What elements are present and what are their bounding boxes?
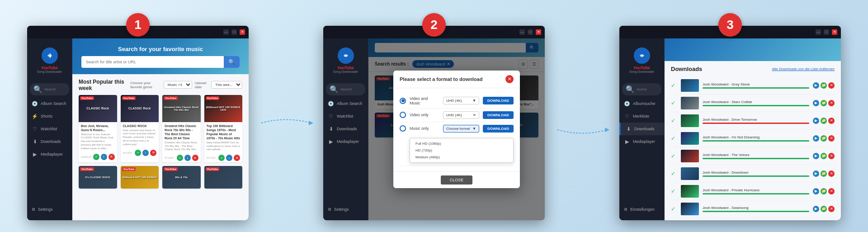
action-remove-4[interactable]: ✕: [234, 155, 240, 161]
action-info-4[interactable]: i: [226, 155, 232, 161]
dl-action-open-5[interactable]: 📁: [821, 153, 827, 159]
video-card-4[interactable]: YouTube Billboard HOT 100 SONGS 1970 Top…: [204, 95, 243, 163]
dl-action-play-1[interactable]: ▶: [813, 82, 819, 89]
dl-action-del-4[interactable]: ✕: [828, 135, 835, 142]
download-btn-2[interactable]: DOWNLOAD: [483, 111, 514, 119]
format-dropdown-2[interactable]: UHD (4K) ✕: [443, 111, 479, 119]
download-btn-1[interactable]: DOWNLOAD: [483, 97, 514, 104]
dl-action-open-4[interactable]: 📁: [821, 135, 827, 142]
close-btn-2[interactable]: ✕: [536, 29, 541, 35]
action-info-2[interactable]: i: [142, 150, 149, 156]
sidebar-item-mediaplayer-3[interactable]: ▶ Mediaplayer: [619, 135, 664, 148]
sidebar-item-watchlist-2[interactable]: ♡ Watchlist: [323, 110, 368, 123]
sidebar-search-input-3[interactable]: [637, 87, 664, 91]
dl-action-open-7[interactable]: 📁: [821, 188, 827, 194]
dl-action-del-6[interactable]: ✕: [828, 170, 835, 177]
format-dropdown-1[interactable]: UHD (4K) ▼: [443, 97, 479, 104]
date-select[interactable]: This wee...: [211, 81, 242, 89]
dl-action-play-7[interactable]: ▶: [813, 188, 819, 194]
modal-close-footer-btn[interactable]: CLOSE: [441, 175, 473, 185]
main-search-input[interactable]: [81, 57, 224, 67]
dl-action-open-1[interactable]: 📁: [821, 82, 827, 89]
video-card-3[interactable]: YouTube Greatest Hits Classic Rock 70s 8…: [162, 95, 201, 163]
video-card-7[interactable]: YouTube 60s & 70s: [162, 166, 201, 189]
format-option-2[interactable]: Video only UHD (4K) ✕ DOWNLOAD: [400, 109, 514, 122]
action-add-3[interactable]: +: [177, 155, 183, 161]
sidebar-search-3[interactable]: 🔍: [622, 83, 661, 95]
minimize-btn-3[interactable]: —: [816, 29, 821, 35]
dl-action-del-3[interactable]: ✕: [828, 118, 835, 124]
dl-action-del-2[interactable]: ✕: [828, 100, 835, 106]
dl-action-play-8[interactable]: ▶: [813, 206, 819, 212]
dl-action-open-2[interactable]: 📁: [821, 100, 827, 106]
dl-action-del-7[interactable]: ✕: [828, 188, 835, 194]
quality-option-medium[interactable]: Medium (480p): [414, 154, 509, 161]
genre-select[interactable]: Music +3: [164, 81, 192, 89]
sidebar-item-album-search-2[interactable]: 💿 Album Search: [323, 97, 368, 110]
format-dropdown-3[interactable]: Choose format ▼: [443, 125, 479, 133]
maximize-btn-1[interactable]: □: [231, 29, 237, 35]
video-card-1[interactable]: YouTube CLASSIC Rock Bon Jovi, Nirvana, …: [79, 95, 117, 163]
dl-action-open-6[interactable]: 📁: [821, 170, 827, 177]
dl-action-play-3[interactable]: ▶: [813, 118, 819, 124]
sidebar-search-1[interactable]: 🔍: [30, 83, 69, 95]
action-info-3[interactable]: i: [184, 155, 191, 161]
sidebar-item-merkliste[interactable]: ♡ Merkliste: [619, 110, 664, 123]
video-card-6[interactable]: YouTube Billboard HOT 100 SONGS: [121, 166, 159, 189]
main-search-bar[interactable]: 🔍: [81, 56, 240, 68]
settings-item-2[interactable]: ⚙ Settings: [323, 204, 368, 215]
minimize-btn-2[interactable]: —: [519, 29, 525, 35]
dl-action-del-5[interactable]: ✕: [828, 153, 835, 159]
format-radio-1[interactable]: [400, 98, 406, 104]
action-remove-1[interactable]: ✕: [108, 154, 115, 160]
format-option-1[interactable]: Video and Music UHD (4K) ▼ DOWNLOAD: [400, 94, 514, 109]
maximize-btn-2[interactable]: □: [528, 29, 533, 35]
sidebar-item-albumsuche[interactable]: 💿 Albumsuche: [619, 97, 664, 110]
sidebar-item-downloads-3[interactable]: ⬇ Downloads: [619, 123, 664, 135]
quality-option-hd[interactable]: HD (720p): [414, 147, 509, 154]
sidebar-search-2[interactable]: 🔍: [326, 83, 365, 95]
sidebar-item-watchlist[interactable]: ♡ Watchlist: [27, 123, 72, 135]
video-card-2[interactable]: YouTube CLASSIC Rock CLASSIC ROCK Past, …: [121, 95, 159, 163]
sidebar-item-mediaplayer[interactable]: ▶ Mediaplayer: [27, 148, 72, 161]
action-add-1[interactable]: +: [93, 154, 99, 160]
sidebar-item-downloads[interactable]: ⬇ Downloads: [27, 135, 72, 148]
action-info-1[interactable]: i: [101, 154, 107, 160]
dl-action-play-5[interactable]: ▶: [813, 153, 819, 159]
dl-action-open-3[interactable]: 📁: [821, 118, 827, 124]
dl-action-play-6[interactable]: ▶: [813, 170, 819, 177]
screen-3: 3 — □ ✕ YouTube Song Downloader: [619, 26, 841, 220]
modal-close-btn[interactable]: ✕: [505, 75, 514, 83]
download-btn-3[interactable]: DOWNLOAD: [483, 125, 514, 133]
format-radio-2[interactable]: [400, 112, 406, 118]
sidebar-item-downloads-2[interactable]: ⬇ Downloads: [323, 123, 368, 135]
dl-action-del-1[interactable]: ✕: [828, 82, 835, 89]
dl-action-play-4[interactable]: ▶: [813, 135, 819, 142]
quality-option-full-hd[interactable]: Full HD (1080p): [414, 140, 509, 147]
sidebar-search-input-2[interactable]: [340, 87, 368, 91]
action-remove-2[interactable]: ✕: [150, 150, 156, 156]
dl-action-open-8[interactable]: 📁: [821, 206, 827, 212]
action-add-4[interactable]: +: [218, 155, 225, 161]
minimize-btn-1[interactable]: —: [223, 29, 229, 35]
close-btn-1[interactable]: ✕: [240, 29, 245, 35]
settings-item-1[interactable]: ⚙ Settings: [27, 204, 72, 215]
close-btn-3[interactable]: ✕: [832, 29, 837, 35]
action-remove-3[interactable]: ✕: [192, 155, 198, 161]
video-card-8[interactable]: YouTube: [204, 166, 243, 189]
downloads-clear-link[interactable]: Alle Downloads von die Liste entfernen: [772, 67, 835, 71]
action-add-2[interactable]: +: [135, 150, 141, 156]
sidebar-item-mediaplayer-2[interactable]: ▶ Mediaplayer: [323, 135, 368, 148]
sidebar-item-album-search[interactable]: 💿 Album Search: [27, 97, 72, 110]
dl-action-del-8[interactable]: ✕: [828, 206, 835, 212]
sidebar-item-shorts[interactable]: ⚡ Shorts: [27, 110, 72, 123]
format-radio-3[interactable]: [400, 125, 406, 132]
video-card-5[interactable]: YouTube 0's CLASSIC ROCK: [79, 166, 117, 189]
download-name-7: Josh Woodward - Private Hurricane: [703, 188, 809, 192]
format-option-3[interactable]: Music only Choose format ▼ DOWNLOAD Full…: [400, 122, 514, 166]
sidebar-search-input-1[interactable]: [44, 87, 71, 91]
main-search-btn[interactable]: 🔍: [224, 56, 240, 68]
dl-action-play-2[interactable]: ▶: [813, 100, 819, 106]
settings-item-3[interactable]: ⚙ Einstellungen: [619, 204, 664, 215]
maximize-btn-3[interactable]: □: [824, 29, 829, 35]
